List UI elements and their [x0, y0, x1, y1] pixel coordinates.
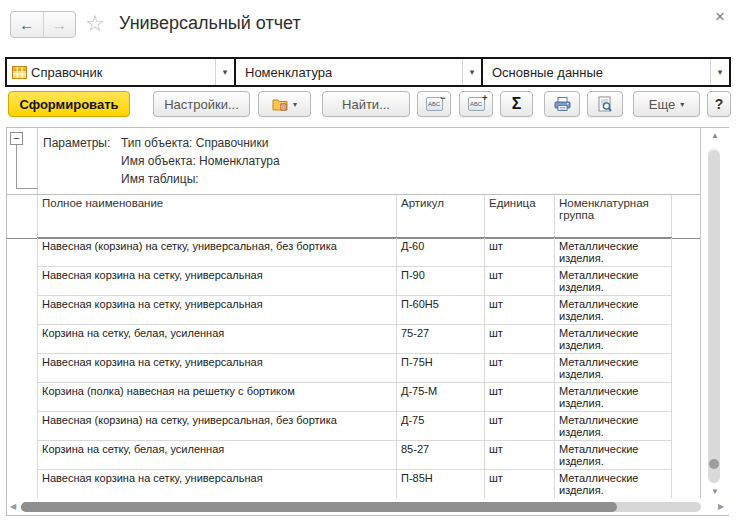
chevron-down-icon[interactable]: ▾ [462, 59, 481, 85]
chevron-down-icon[interactable]: ▾ [710, 59, 729, 85]
parameter-object-name[interactable]: Имя объекта: Номенклатура [121, 154, 280, 168]
collapse-group-toggle[interactable]: − [10, 132, 23, 145]
cell-unit[interactable]: шт [485, 354, 555, 383]
favorite-star-icon[interactable]: ☆ [85, 12, 105, 36]
cell-group[interactable]: Металлические изделия. [555, 441, 672, 470]
chevron-down-icon[interactable]: ▾ [215, 59, 234, 85]
cell-group[interactable]: Металлические изделия. [555, 296, 672, 325]
cell-full-name[interactable]: Корзина (полка) навесная на решетку с бо… [38, 383, 397, 412]
print-preview-icon [597, 96, 613, 112]
cell-unit[interactable]: шт [485, 267, 555, 296]
chevron-down-icon: ▾ [680, 100, 684, 109]
group-outline-line [16, 188, 37, 189]
table-row[interactable]: Навесная корзина на сетку, универсальная… [38, 470, 672, 499]
data-kind-select[interactable]: Основные данные ▾ [481, 59, 729, 85]
generate-button[interactable]: Сформировать [8, 91, 130, 117]
cell-unit[interactable]: шт [485, 325, 555, 354]
cell-article[interactable]: Д-60 [397, 238, 485, 267]
cell-article[interactable]: Д-75 [397, 412, 485, 441]
history-nav: ← → [10, 11, 76, 38]
cell-article[interactable]: 85-27 [397, 441, 485, 470]
table-header-row: Полное наименование Артикул Единица Номе… [38, 195, 672, 238]
help-button[interactable]: ? [707, 91, 731, 117]
col-header-article[interactable]: Артикул [397, 195, 485, 238]
report-table: Полное наименование Артикул Единица Номе… [37, 194, 672, 499]
object-type-select[interactable]: Справочник ▾ [7, 59, 234, 85]
printer-icon [554, 96, 571, 112]
catalog-table-icon [12, 66, 27, 79]
table-row[interactable]: Навесная корзина на сетку, универсальная… [38, 354, 672, 383]
report-object-selectors: Справочник ▾ Номенклатура ▾ Основные дан… [5, 57, 731, 87]
col-header-group[interactable]: Номенклатурная группа [555, 195, 672, 238]
cell-unit[interactable]: шт [485, 470, 555, 499]
report-toolbar: Сформировать Настройки... ▾ Найти... АБС… [0, 88, 736, 122]
scroll-down-icon[interactable]: ▼ [710, 487, 720, 496]
cell-group[interactable]: Металлические изделия. [555, 325, 672, 354]
collapse-groups-button[interactable]: АБС − [417, 91, 451, 117]
report-variants-button[interactable]: ▾ [258, 91, 311, 117]
table-row[interactable]: Корзина на сетку, белая, усиленная 85-27… [38, 441, 672, 470]
forward-button[interactable]: → [44, 12, 76, 37]
cell-unit[interactable]: шт [485, 412, 555, 441]
cell-group[interactable]: Металлические изделия. [555, 383, 672, 412]
object-type-value: Справочник [31, 65, 103, 80]
cell-full-name[interactable]: Навесная корзина на сетку, универсальная [38, 267, 397, 296]
cell-article[interactable]: Д-75-М [397, 383, 485, 412]
cell-article[interactable]: П-90 [397, 267, 485, 296]
cell-full-name[interactable]: Навесная корзина на сетку, универсальная [38, 354, 397, 383]
vertical-scrollbar[interactable]: ▲ ▼ [701, 128, 730, 499]
horizontal-scrollbar[interactable]: ◀ ▶ [7, 498, 730, 515]
more-button[interactable]: Еще ▾ [633, 91, 700, 117]
scroll-left-icon[interactable]: ◀ [10, 502, 16, 511]
folder-icon [272, 97, 288, 111]
close-icon[interactable]: × [711, 7, 729, 27]
table-row[interactable]: Навесная (корзина) на сетку, универсальн… [38, 412, 672, 441]
cell-unit[interactable]: шт [485, 238, 555, 267]
expand-groups-button[interactable]: АБС + [459, 91, 493, 117]
table-row[interactable]: Навесная корзина на сетку, универсальная… [38, 267, 672, 296]
report-parameters: Параметры: Тип объекта: Справочники Имя … [43, 136, 280, 190]
scroll-up-icon[interactable]: ▲ [710, 131, 720, 140]
table-row[interactable]: Навесная корзина на сетку, универсальная… [38, 296, 672, 325]
parameter-object-type[interactable]: Тип объекта: Справочники [121, 136, 280, 150]
cell-unit[interactable]: шт [485, 383, 555, 412]
cell-article[interactable]: П-75Н [397, 354, 485, 383]
parameter-table-name[interactable]: Имя таблицы: [121, 172, 280, 186]
group-outline-line [16, 145, 17, 189]
vertical-scroll-thumb[interactable] [708, 150, 720, 483]
find-button[interactable]: Найти... [322, 91, 410, 117]
col-header-unit[interactable]: Единица [485, 195, 555, 238]
cell-group[interactable]: Металлические изделия. [555, 267, 672, 296]
cell-unit[interactable]: шт [485, 296, 555, 325]
cell-full-name[interactable]: Навесная корзина на сетку, универсальная [38, 296, 397, 325]
scroll-right-icon[interactable]: ▶ [718, 502, 724, 511]
back-button[interactable]: ← [11, 12, 44, 37]
print-button[interactable] [544, 91, 580, 117]
cell-full-name[interactable]: Корзина на сетку, белая, усиленная [38, 441, 397, 470]
table-row[interactable]: Корзина на сетку, белая, усиленная 75-27… [38, 325, 672, 354]
cell-group[interactable]: Металлические изделия. [555, 470, 672, 499]
page-title: Универсальный отчет [119, 13, 301, 34]
cell-group[interactable]: Металлические изделия. [555, 354, 672, 383]
parameters-label[interactable]: Параметры: [43, 136, 121, 190]
cell-full-name[interactable]: Навесная (корзина) на сетку, универсальн… [38, 238, 397, 267]
cell-full-name[interactable]: Корзина на сетку, белая, усиленная [38, 325, 397, 354]
object-name-select[interactable]: Номенклатура ▾ [234, 59, 481, 85]
table-row[interactable]: Корзина (полка) навесная на решетку с бо… [38, 383, 672, 412]
preview-button[interactable] [587, 91, 623, 117]
cell-article[interactable]: 75-27 [397, 325, 485, 354]
table-row[interactable]: Навесная (корзина) на сетку, универсальн… [38, 238, 672, 267]
horizontal-scroll-thumb[interactable] [21, 502, 617, 512]
settings-button[interactable]: Настройки... [153, 91, 250, 117]
cell-group[interactable]: Металлические изделия. [555, 412, 672, 441]
scroll-position-dot[interactable] [709, 459, 719, 469]
chevron-down-icon: ▾ [293, 100, 297, 109]
cell-full-name[interactable]: Навесная (корзина) на сетку, универсальн… [38, 412, 397, 441]
sum-sigma-button[interactable]: Σ [500, 91, 533, 117]
cell-full-name[interactable]: Навесная корзина на сетку, универсальная [38, 470, 397, 499]
cell-unit[interactable]: шт [485, 441, 555, 470]
cell-group[interactable]: Металлические изделия. [555, 238, 672, 267]
cell-article[interactable]: П-85Н [397, 470, 485, 499]
cell-article[interactable]: П-60Н5 [397, 296, 485, 325]
col-header-full-name[interactable]: Полное наименование [38, 195, 397, 238]
